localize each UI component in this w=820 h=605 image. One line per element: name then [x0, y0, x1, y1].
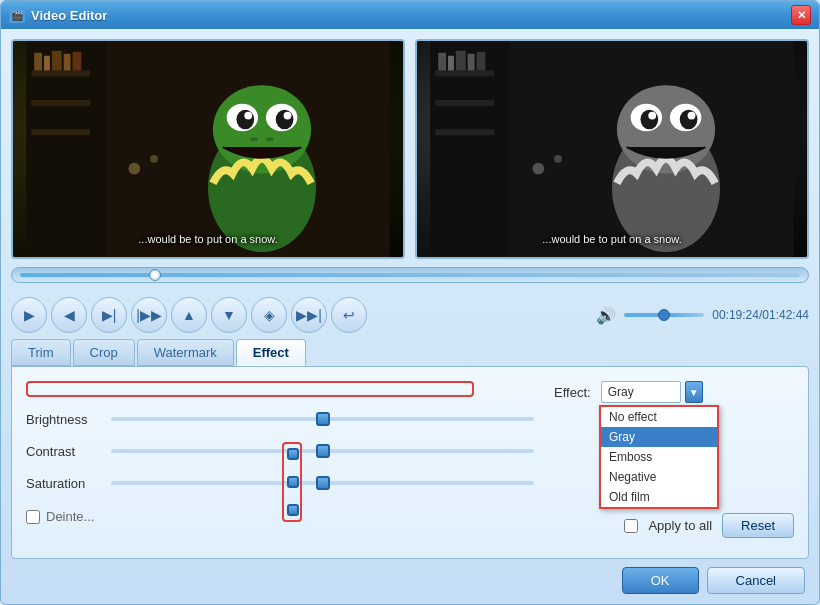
- volume-icon: 🔊: [596, 306, 616, 325]
- effect-select-box[interactable]: Gray: [601, 381, 681, 403]
- effect-preview: ...would be to put on a snow.: [415, 39, 809, 259]
- deinterlace-checkbox[interactable]: [26, 510, 40, 524]
- volume-thumb[interactable]: [658, 309, 670, 321]
- sliders-highlight-box: [26, 381, 474, 397]
- rewind-button[interactable]: ↩: [331, 297, 367, 333]
- video-editor-window: 🎬 Video Editor ✕: [0, 0, 820, 605]
- effect-dropdown-list: No effect Gray Emboss Negative Old film: [599, 405, 719, 509]
- tab-trim[interactable]: Trim: [11, 339, 71, 366]
- brightness-label: Brightness: [26, 412, 101, 427]
- svg-rect-25: [435, 100, 494, 106]
- original-scene: ...would be to put on a snow.: [13, 41, 403, 257]
- tab-watermark[interactable]: Watermark: [137, 339, 234, 366]
- svg-point-19: [266, 137, 274, 141]
- time-display: 00:19:24/01:42:44: [712, 308, 809, 322]
- content-area: ...would be to put on a snow.: [1, 29, 819, 604]
- reset-button[interactable]: Reset: [722, 513, 794, 538]
- svg-point-37: [680, 110, 698, 130]
- svg-rect-27: [438, 53, 446, 71]
- apply-all-checkbox[interactable]: [624, 519, 638, 533]
- next-frame-button[interactable]: ▶|: [91, 297, 127, 333]
- effect-option-no-effect[interactable]: No effect: [601, 407, 717, 427]
- footer-buttons: OK Cancel: [11, 567, 809, 594]
- original-subtitle: ...would be to put on a snow.: [138, 233, 277, 245]
- volume-up-button[interactable]: ▲: [171, 297, 207, 333]
- deinterlace-label: Deinte...: [46, 509, 94, 524]
- svg-rect-26: [435, 129, 494, 135]
- brightness-thumb[interactable]: [316, 412, 330, 426]
- svg-rect-29: [456, 51, 466, 71]
- svg-rect-2: [31, 70, 90, 76]
- volume-down-button[interactable]: ▼: [211, 297, 247, 333]
- ok-button[interactable]: OK: [622, 567, 699, 594]
- svg-point-36: [640, 110, 658, 130]
- svg-point-21: [150, 155, 158, 163]
- original-scene-svg: [13, 41, 403, 257]
- effect-option-gray[interactable]: Gray: [601, 427, 717, 447]
- svg-point-41: [554, 155, 562, 163]
- tab-crop[interactable]: Crop: [73, 339, 135, 366]
- contrast-track: [111, 449, 534, 453]
- saturation-track: [111, 481, 534, 485]
- snapshot-button[interactable]: ◈: [251, 297, 287, 333]
- brightness-slider[interactable]: [111, 409, 534, 429]
- svg-rect-30: [468, 54, 475, 71]
- svg-point-17: [284, 112, 292, 120]
- effect-option-old-film[interactable]: Old film: [601, 487, 717, 507]
- seek-thumb[interactable]: [149, 269, 161, 281]
- volume-area: 🔊 00:19:24/01:42:44: [596, 306, 809, 325]
- effect-scene: ...would be to put on a snow.: [417, 41, 807, 257]
- svg-point-15: [276, 110, 294, 130]
- right-controls: Effect: Gray ▼ No effect Gray Emboss: [554, 381, 794, 538]
- seek-track: [20, 273, 800, 277]
- svg-rect-31: [477, 52, 486, 71]
- svg-point-38: [648, 112, 656, 120]
- effect-subtitle: ...would be to put on a snow.: [542, 233, 681, 245]
- svg-point-14: [236, 110, 254, 130]
- effect-dropdown-btn: Gray ▼: [601, 381, 703, 403]
- seek-bar[interactable]: [11, 267, 809, 283]
- preview-area: ...would be to put on a snow.: [11, 39, 809, 259]
- close-button[interactable]: ✕: [791, 5, 811, 25]
- effect-label: Effect:: [554, 381, 591, 405]
- apply-reset-row: Apply to all Reset: [624, 513, 794, 538]
- svg-rect-6: [44, 56, 50, 71]
- window-title: Video Editor: [31, 8, 791, 23]
- svg-rect-3: [31, 100, 90, 106]
- svg-rect-9: [73, 52, 82, 71]
- cancel-button[interactable]: Cancel: [707, 567, 805, 594]
- brightness-row: Brightness: [26, 409, 534, 429]
- effect-option-emboss[interactable]: Emboss: [601, 447, 717, 467]
- svg-point-20: [128, 163, 140, 175]
- svg-point-18: [250, 137, 258, 141]
- saturation-slider[interactable]: [111, 473, 534, 493]
- saturation-thumb[interactable]: [316, 476, 330, 490]
- fast-forward-button[interactable]: |▶▶: [131, 297, 167, 333]
- prev-frame-button[interactable]: ◀: [51, 297, 87, 333]
- tab-effect[interactable]: Effect: [236, 339, 306, 366]
- effect-scene-svg: [417, 41, 807, 257]
- svg-point-39: [688, 112, 696, 120]
- controls-row: ▶ ◀ ▶| |▶▶ ▲ ▼ ◈ ▶▶| ↩ 🔊 00:19:24/01:42:…: [11, 297, 809, 333]
- effect-current-value: Gray: [608, 385, 634, 399]
- effect-selector-area: Effect: Gray ▼ No effect Gray Emboss: [554, 381, 703, 405]
- deinterlace-row: Deinte...: [26, 509, 534, 524]
- effect-option-negative[interactable]: Negative: [601, 467, 717, 487]
- play-button[interactable]: ▶: [11, 297, 47, 333]
- effect-panel: Brightness Contrast: [11, 366, 809, 559]
- brightness-track: [111, 417, 534, 421]
- sliders-column: Brightness Contrast: [26, 381, 534, 538]
- contrast-row: Contrast: [26, 441, 534, 461]
- panel-inner: Brightness Contrast: [26, 381, 794, 538]
- contrast-thumb[interactable]: [316, 444, 330, 458]
- title-bar: 🎬 Video Editor ✕: [1, 1, 819, 29]
- original-preview: ...would be to put on a snow.: [11, 39, 405, 259]
- svg-rect-5: [34, 53, 42, 71]
- svg-point-16: [244, 112, 252, 120]
- effect-dropdown-arrow[interactable]: ▼: [685, 381, 703, 403]
- tabs-row: Trim Crop Watermark Effect: [11, 339, 809, 366]
- volume-slider[interactable]: [624, 313, 704, 317]
- contrast-slider[interactable]: [111, 441, 534, 461]
- end-button[interactable]: ▶▶|: [291, 297, 327, 333]
- svg-rect-7: [52, 51, 62, 71]
